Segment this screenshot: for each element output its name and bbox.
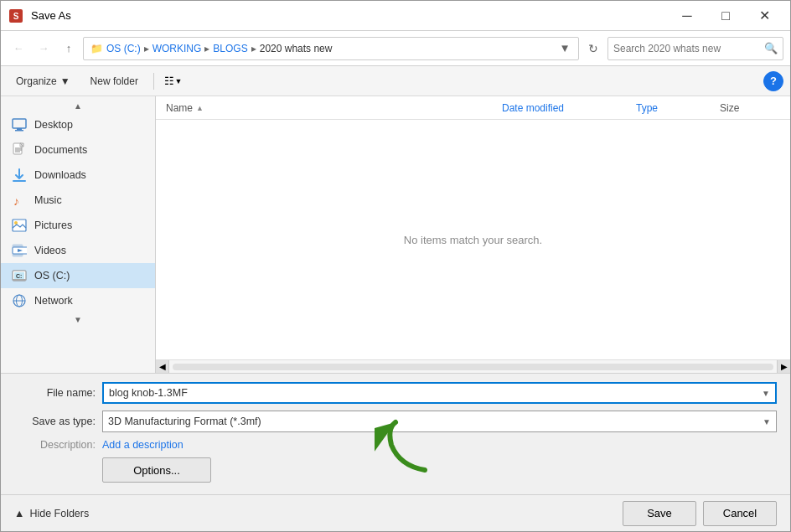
view-icon: ☷: [164, 75, 174, 87]
column-header-name[interactable]: Name ▲: [163, 96, 499, 119]
svg-rect-4: [15, 130, 23, 132]
sidebar-item-music[interactable]: ♪ Music: [1, 188, 155, 213]
sidebar-item-network[interactable]: Network: [1, 288, 155, 313]
bottom-form: File name: ▼ Save as type: 3D Manufactur…: [1, 373, 790, 494]
minimize-button[interactable]: ─: [668, 1, 706, 31]
column-header-size[interactable]: Size: [716, 96, 783, 119]
sort-arrow-name: ▲: [196, 104, 204, 112]
savetype-label: Save as type:: [14, 416, 102, 427]
network-icon: [11, 292, 28, 309]
filename-row: File name: ▼: [14, 382, 777, 404]
save-as-dialog: S Save As ─ □ ✕ ← → ↑ 📁 OS (C:) ▸ WORKIN…: [0, 0, 791, 532]
filename-input[interactable]: [109, 387, 762, 399]
horizontal-scrollbar[interactable]: [173, 364, 773, 370]
savetype-select[interactable]: 3D Manufacturing Format (*.3mf) ▼: [102, 411, 777, 432]
up-button[interactable]: ↑: [58, 38, 80, 59]
add-description-link[interactable]: Add a description: [102, 439, 184, 451]
bottom-bar: ▲ Hide Folders Save Cancel: [1, 494, 790, 531]
svg-rect-19: [13, 279, 26, 281]
new-folder-label: New folder: [90, 75, 138, 87]
breadcrumb-sep-1: ▸: [144, 43, 149, 54]
sidebar-label-music: Music: [34, 194, 62, 206]
sidebar-item-os-c[interactable]: C: OS (C:): [1, 263, 155, 288]
help-label: ?: [770, 75, 777, 87]
maximize-button[interactable]: □: [706, 1, 745, 31]
dialog-title: Save As: [31, 9, 668, 22]
close-button[interactable]: ✕: [745, 1, 783, 31]
hide-folders-button[interactable]: ▲ Hide Folders: [14, 508, 89, 519]
filename-label: File name:: [14, 387, 102, 399]
scroll-up-indicator: ▲: [1, 100, 155, 112]
file-list-header: Name ▲ Date modified Type Size: [156, 96, 790, 120]
savetype-dropdown-icon: ▼: [763, 417, 771, 426]
svg-text:C:: C:: [16, 273, 22, 279]
title-bar: S Save As ─ □ ✕: [1, 1, 790, 31]
search-icon[interactable]: 🔍: [764, 42, 778, 54]
description-label: Description:: [14, 439, 102, 451]
forward-button[interactable]: →: [33, 38, 54, 59]
svg-text:♪: ♪: [13, 194, 19, 208]
svg-rect-2: [13, 119, 26, 128]
desktop-icon: [11, 116, 28, 133]
breadcrumb-item-4[interactable]: 2020 whats new: [260, 43, 333, 54]
view-dropdown-icon: ▼: [174, 77, 182, 85]
sidebar: ▲ Desktop Documents Downloads: [1, 96, 156, 373]
address-bar: ← → ↑ 📁 OS (C:) ▸ WORKING ▸ BLOGS ▸ 2020…: [1, 31, 790, 66]
bottom-actions: Save Cancel: [623, 501, 777, 526]
hide-folders-chevron: ▲: [14, 508, 24, 519]
view-options-button[interactable]: ☷ ▼: [161, 70, 186, 92]
column-header-date[interactable]: Date modified: [499, 96, 633, 119]
options-row: Options...: [14, 457, 777, 486]
videos-icon: [11, 242, 28, 259]
hide-folders-label: Hide Folders: [29, 508, 89, 519]
breadcrumb-folder-icon: 📁: [90, 43, 103, 54]
downloads-icon: [11, 167, 28, 183]
svg-point-13: [14, 221, 18, 225]
toolbar: Organize ▼ New folder ☷ ▼ ?: [1, 66, 790, 96]
scroll-right-button[interactable]: ▶: [777, 360, 790, 374]
os-icon: C:: [11, 267, 28, 284]
breadcrumb-item-3[interactable]: BLOGS: [213, 43, 247, 54]
breadcrumb[interactable]: 📁 OS (C:) ▸ WORKING ▸ BLOGS ▸ 2020 whats…: [83, 37, 579, 60]
svg-text:S: S: [13, 12, 19, 21]
organize-dropdown-icon: ▼: [60, 75, 70, 87]
refresh-button[interactable]: ↻: [582, 38, 604, 59]
sidebar-item-downloads[interactable]: Downloads: [1, 163, 155, 188]
search-input[interactable]: [613, 43, 764, 54]
sidebar-item-videos[interactable]: Videos: [1, 238, 155, 263]
breadcrumb-item-1[interactable]: OS (C:): [106, 43, 141, 54]
breadcrumb-item-2[interactable]: WORKING: [153, 43, 202, 54]
filename-input-container[interactable]: ▼: [102, 382, 777, 404]
breadcrumb-dropdown-button[interactable]: ▼: [556, 42, 573, 54]
sidebar-label-os-c: OS (C:): [34, 270, 70, 281]
save-button[interactable]: Save: [623, 501, 696, 526]
svg-rect-3: [17, 128, 22, 130]
search-box[interactable]: 🔍: [607, 37, 783, 60]
description-row: Description: Add a description: [14, 439, 777, 451]
breadcrumb-path: 📁 OS (C:) ▸ WORKING ▸ BLOGS ▸ 2020 whats…: [89, 43, 556, 54]
options-button[interactable]: Options...: [102, 457, 211, 483]
new-folder-button[interactable]: New folder: [82, 70, 147, 92]
cancel-button[interactable]: Cancel: [703, 501, 777, 526]
sidebar-label-pictures: Pictures: [34, 220, 72, 231]
sidebar-item-desktop[interactable]: Desktop: [1, 112, 155, 137]
organize-button[interactable]: Organize ▼: [8, 70, 79, 92]
breadcrumb-sep-3: ▸: [251, 43, 256, 54]
filename-dropdown-icon[interactable]: ▼: [762, 389, 770, 398]
help-button[interactable]: ?: [763, 71, 783, 91]
app-icon: S: [8, 8, 24, 24]
pictures-icon: [11, 217, 28, 234]
sidebar-item-documents[interactable]: Documents: [1, 137, 155, 163]
file-area: Name ▲ Date modified Type Size No items …: [156, 96, 790, 373]
file-list-body: No items match your search.: [156, 120, 790, 359]
column-header-type[interactable]: Type: [633, 96, 716, 119]
scroll-left-button[interactable]: ◀: [156, 360, 169, 374]
music-icon: ♪: [11, 192, 28, 209]
window-controls: ─ □ ✕: [668, 1, 783, 31]
sidebar-item-pictures[interactable]: Pictures: [1, 213, 155, 238]
back-button[interactable]: ←: [8, 38, 29, 59]
sidebar-label-videos: Videos: [34, 245, 66, 256]
scroll-down-indicator: ▼: [1, 313, 155, 326]
sidebar-label-downloads: Downloads: [34, 169, 86, 181]
savetype-row: Save as type: 3D Manufacturing Format (*…: [14, 411, 777, 432]
